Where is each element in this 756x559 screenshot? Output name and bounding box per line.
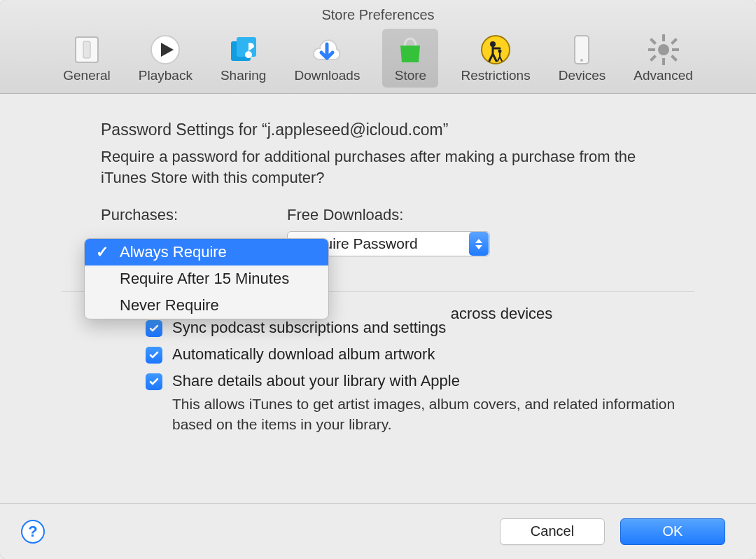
cancel-button[interactable]: Cancel [500,518,605,545]
help-button[interactable]: ? [21,520,45,544]
tab-label: General [63,68,111,83]
sharing-icon [225,32,262,68]
section-title: Password Settings for “j.appleseed@iclou… [101,120,714,139]
downloads-icon [309,32,345,68]
checkbox-checked-icon [146,347,162,364]
svg-rect-14 [648,48,655,51]
tab-label: Sharing [220,68,267,83]
footer: ? Cancel OK [0,503,756,559]
tab-advanced[interactable]: Advanced [628,29,699,88]
svg-rect-12 [662,34,665,41]
tab-label: Store [395,68,426,83]
svg-rect-18 [671,38,678,45]
general-icon [69,32,105,68]
svg-rect-1 [83,41,90,58]
check-label: Share details about your library with Ap… [172,372,460,390]
svg-rect-13 [662,58,665,65]
button-label: Cancel [531,523,574,539]
check-share-library[interactable]: Share details about your library with Ap… [146,372,714,390]
tab-downloads[interactable]: Downloads [288,29,365,88]
check-label: Automatically download album artwork [172,345,435,364]
advanced-icon [645,32,682,68]
purchases-option-after-15[interactable]: Require After 15 Minutes [85,265,328,292]
checkmark-icon: ✓ [96,243,108,261]
tab-sharing[interactable]: Sharing [215,29,272,88]
svg-rect-16 [650,38,657,45]
purchases-option-always[interactable]: ✓ Always Require [85,239,328,265]
free-downloads-label: Free Downloads: [287,206,490,224]
check-share-library-sub: This allows iTunes to get artist images,… [172,394,676,434]
option-label: Require After 15 Minutes [120,270,289,288]
svg-rect-17 [671,55,678,62]
playback-icon [147,32,183,68]
check-sync-podcasts[interactable]: Sync podcast subscriptions and settings [146,319,714,337]
checkbox-checked-icon [146,320,162,337]
tab-label: Devices [559,68,606,83]
restrictions-icon [477,32,514,68]
tab-store[interactable]: Store [382,29,438,88]
store-icon [392,32,428,68]
check-auto-artwork[interactable]: Automatically download album artwork [146,345,714,364]
option-label: Never Require [120,296,219,315]
tab-restrictions[interactable]: Restrictions [455,29,536,88]
svg-point-11 [658,44,669,55]
checkbox-list: Sync podcast subscriptions and settings … [146,319,714,434]
window-title: Store Preferences [0,4,756,25]
svg-rect-15 [672,48,679,51]
purchases-dropdown-menu: ✓ Always Require Require After 15 Minute… [84,238,329,319]
tab-general[interactable]: General [57,29,116,88]
devices-icon [564,32,600,68]
tab-label: Playback [139,68,192,83]
svg-rect-19 [650,55,657,62]
help-icon: ? [28,523,37,541]
preferences-window: Store Preferences General Playback Shari… [0,0,756,559]
ok-button[interactable]: OK [620,518,725,545]
option-label: Always Require [120,243,227,261]
section-description: Require a password for additional purcha… [101,146,675,188]
purchases-label: Purchases: [101,206,178,224]
check-label: Sync podcast subscriptions and settings [172,319,446,337]
tab-label: Downloads [294,68,360,83]
select-stepper-icon [469,232,489,256]
purchases-option-never[interactable]: Never Require [85,292,328,319]
checkbox-checked-icon [146,373,162,390]
tab-playback[interactable]: Playback [133,29,198,88]
titlebar: Store Preferences General Playback Shari… [0,0,756,94]
preferences-toolbar: General Playback Sharing Downloads [0,25,756,93]
tab-devices[interactable]: Devices [553,29,612,88]
svg-point-10 [580,59,583,62]
tab-label: Restrictions [461,68,530,83]
button-label: OK [663,523,683,539]
tab-label: Advanced [634,68,693,83]
